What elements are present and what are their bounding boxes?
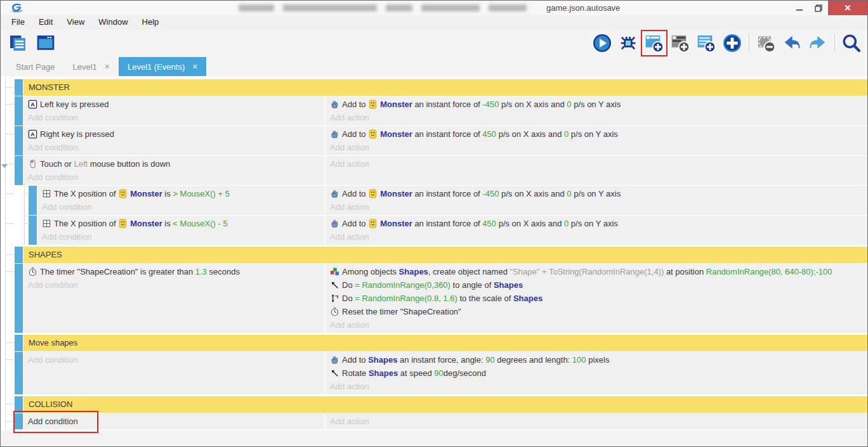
add-action-placeholder[interactable]: Add action — [330, 380, 867, 393]
menu-file[interactable]: File — [4, 15, 32, 29]
restore-button[interactable] — [809, 1, 828, 15]
menu-help[interactable]: Help — [135, 15, 166, 29]
add-other-button[interactable] — [720, 31, 744, 55]
text-segment: -450 — [482, 98, 499, 111]
action-line[interactable]: Do = RandomInRange(0,360) to angle of Sh… — [330, 278, 867, 292]
add-action-placeholder[interactable]: Add action — [330, 111, 867, 124]
text-segment: < MouseX() - 5 — [173, 217, 227, 230]
add-condition-placeholder[interactable]: Add condition — [28, 111, 324, 124]
condition-line[interactable]: The X position of Monster is < MouseX() … — [42, 217, 324, 230]
condition-line[interactable]: ARight key is pressed — [28, 127, 324, 141]
delete-event-icon — [756, 33, 776, 53]
debug-button[interactable] — [616, 31, 640, 55]
condition-line[interactable]: Touch or Left mouse button is down — [28, 157, 324, 171]
delete-event-button[interactable] — [754, 31, 778, 55]
monster-icon — [368, 189, 378, 198]
monster-icon — [368, 219, 378, 228]
text-segment: an instant force of — [412, 187, 483, 200]
text-segment: p/s on X axis and — [499, 98, 567, 111]
scene-editor-button[interactable] — [34, 31, 58, 55]
group-header[interactable]: SHAPES — [23, 247, 867, 263]
add-condition-placeholder[interactable]: Add condition — [28, 171, 324, 184]
event-selection-bar[interactable] — [29, 216, 37, 245]
text-segment: Monster — [380, 127, 412, 141]
event-row: The timer "ShapeCreation" is greater tha… — [1, 264, 867, 333]
add-comment-button[interactable] — [668, 31, 692, 55]
text-segment: 100 — [572, 353, 586, 366]
condition-line[interactable]: The X position of Monster is > MouseX() … — [42, 187, 324, 200]
conditions-cell: The X position of Monster is < MouseX() … — [37, 216, 326, 245]
tab-label: Level1 (Events) — [128, 62, 185, 72]
action-line[interactable]: Among objects Shapes, create object name… — [330, 265, 867, 278]
event-selection-bar[interactable] — [15, 413, 23, 429]
add-subevent-button[interactable] — [694, 31, 718, 55]
action-line[interactable]: Add to Monster an instant force of 450 p… — [330, 217, 867, 230]
text-segment: Shapes — [513, 292, 542, 305]
tab-close-icon[interactable]: × — [105, 62, 110, 72]
add-condition-placeholder[interactable]: Add condition — [28, 353, 324, 366]
conditions-cell: Touch or Left mouse button is downAdd co… — [23, 156, 326, 185]
add-action-placeholder[interactable]: Add action — [330, 200, 867, 214]
text-segment: an instant force of — [412, 127, 483, 141]
condition-line[interactable]: ALeft key is pressed — [28, 98, 324, 111]
action-line[interactable]: Do = RandomInRange(0.8, 1.6) to the scal… — [330, 292, 867, 305]
actions-cell: Add action — [326, 156, 867, 185]
menu-edit[interactable]: Edit — [32, 15, 60, 29]
group-header[interactable]: COLLISION — [23, 396, 867, 413]
tab-close-icon[interactable]: × — [192, 62, 197, 72]
tab-level1-events-[interactable]: Level1 (Events)× — [119, 57, 207, 76]
undo-button[interactable] — [780, 31, 804, 55]
text-segment: The X position of — [54, 187, 118, 200]
tab-start-page[interactable]: Start Page — [7, 57, 63, 76]
add-condition-placeholder[interactable]: Add condition — [28, 278, 324, 292]
tab-bar: Start PageLevel1×Level1 (Events)× — [1, 57, 867, 76]
text-segment: at position — [664, 265, 706, 278]
event-selection-bar[interactable] — [15, 156, 23, 185]
event-selection-bar[interactable] — [15, 247, 23, 263]
redo-button[interactable] — [806, 31, 830, 55]
play-button[interactable] — [590, 31, 614, 55]
tab-level1[interactable]: Level1× — [63, 57, 119, 76]
add-condition-placeholder[interactable]: Add condition — [42, 200, 324, 214]
group-header[interactable]: Move shapes — [23, 335, 867, 351]
search-button[interactable] — [839, 31, 864, 55]
event-selection-bar[interactable] — [15, 396, 23, 413]
toolbar-left-group — [1, 31, 58, 55]
text-segment: to the scale of — [457, 292, 513, 305]
event-selection-bar[interactable] — [15, 96, 23, 126]
collapse-arrow-icon[interactable] — [1, 164, 8, 168]
add-action-placeholder[interactable]: Add action — [330, 230, 867, 243]
event-selection-bar[interactable] — [29, 186, 37, 215]
monster-icon — [118, 219, 128, 228]
event-selection-bar[interactable] — [15, 264, 23, 333]
add-action-placeholder[interactable]: Add action — [330, 415, 867, 428]
action-line[interactable]: Add to Monster an instant force of -450 … — [330, 98, 867, 111]
action-line[interactable]: Reset the timer "ShapeCreation" — [330, 305, 867, 318]
add-condition-placeholder[interactable]: Add condition — [42, 230, 324, 243]
action-line[interactable]: Add to Monster an instant force of -450 … — [330, 187, 867, 200]
add-event-button[interactable] — [642, 31, 666, 55]
add-action-placeholder[interactable]: Add action — [330, 157, 867, 171]
action-line[interactable]: Rotate Shapes at speed 90deg/second — [330, 366, 867, 380]
add-action-placeholder[interactable]: Add action — [330, 141, 867, 154]
menu-view[interactable]: View — [60, 15, 91, 29]
text-segment: p/s on Y axis — [569, 217, 618, 230]
minimize-button[interactable] — [790, 1, 809, 15]
condition-line[interactable]: The timer "ShapeCreation" is greater tha… — [28, 265, 324, 278]
event-selection-bar[interactable] — [15, 79, 23, 96]
action-line[interactable]: Add to Shapes an instant force, angle: 9… — [330, 353, 867, 366]
project-manager-button[interactable] — [6, 31, 30, 55]
text-segment: 0 — [564, 217, 569, 230]
action-line[interactable]: Add to Monster an instant force of 450 p… — [330, 127, 867, 141]
add-comment-icon — [670, 33, 690, 53]
menu-window[interactable]: Window — [91, 15, 135, 29]
group-header[interactable]: MONSTER — [23, 79, 867, 96]
close-button[interactable]: ✕ — [828, 1, 867, 15]
add-condition-placeholder[interactable]: Add condition — [28, 415, 324, 428]
add-action-placeholder[interactable]: Add action — [330, 318, 867, 332]
event-selection-bar[interactable] — [15, 335, 23, 351]
add-condition-placeholder[interactable]: Add condition — [28, 141, 324, 154]
event-selection-bar[interactable] — [15, 126, 23, 155]
event-selection-bar[interactable] — [15, 352, 23, 394]
event-row: Add conditionAdd to Shapes an instant fo… — [1, 352, 867, 394]
